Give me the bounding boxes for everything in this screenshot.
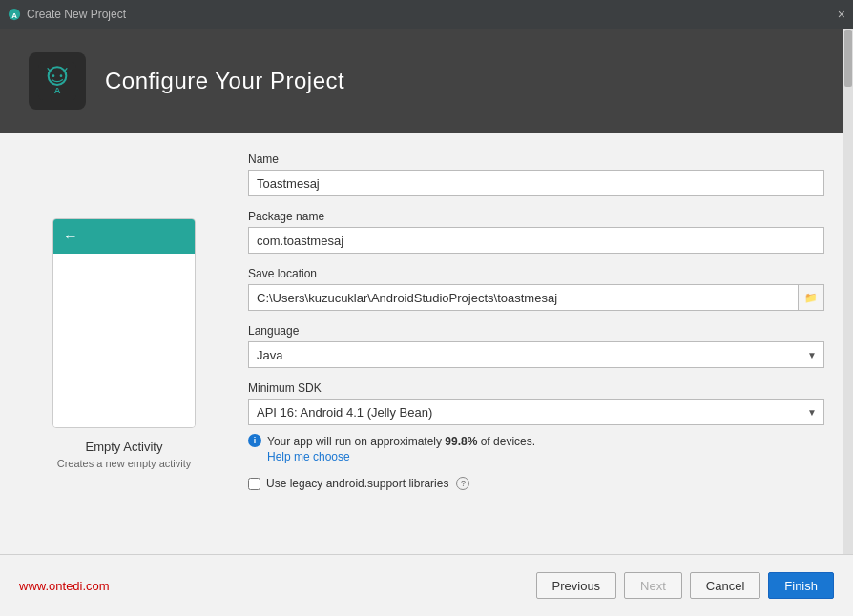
preview-activity-name: Empty Activity — [86, 440, 163, 454]
save-location-group: Save location 📁 — [248, 267, 824, 311]
info-icon: i — [248, 434, 261, 447]
svg-point-6 — [52, 74, 55, 77]
name-input[interactable] — [248, 170, 824, 196]
language-group: Language Java Kotlin ▼ — [248, 324, 824, 368]
info-row: i Your app will run on approximately 99.… — [248, 433, 824, 463]
title-bar-left: A Create New Project — [8, 8, 126, 21]
min-sdk-group: Minimum SDK API 16: Android 4.1 (Jelly B… — [248, 381, 824, 425]
header: A Configure Your Project — [0, 29, 853, 133]
info-text-prefix: Your app will run on approximately — [267, 435, 445, 448]
min-sdk-select[interactable]: API 16: Android 4.1 (Jelly Bean) API 21:… — [248, 399, 824, 425]
previous-button[interactable]: Previous — [536, 572, 617, 599]
next-button[interactable]: Next — [624, 572, 682, 599]
android-studio-logo: A — [38, 62, 76, 100]
language-label: Language — [248, 324, 824, 338]
cancel-button[interactable]: Cancel — [690, 572, 760, 599]
browse-button[interactable]: 📁 — [798, 284, 824, 311]
save-location-input[interactable] — [248, 284, 798, 311]
phone-preview: ← — [52, 218, 196, 428]
legacy-checkbox[interactable] — [248, 478, 260, 490]
info-text-suffix: of devices. — [477, 435, 535, 448]
legacy-help-icon[interactable]: ? — [456, 477, 469, 490]
scrollbar[interactable] — [843, 29, 853, 554]
language-select[interactable]: Java Kotlin — [248, 341, 824, 368]
save-location-label: Save location — [248, 267, 824, 280]
svg-point-7 — [60, 74, 63, 77]
svg-text:A: A — [54, 86, 61, 95]
info-text: Your app will run on approximately 99.8%… — [267, 435, 535, 448]
info-content: Your app will run on approximately 99.8%… — [267, 433, 535, 463]
language-select-wrapper: Java Kotlin ▼ — [248, 341, 824, 368]
form-panel: Name Package name Save location 📁 Langua… — [248, 153, 824, 535]
help-me-choose-link[interactable]: Help me choose — [267, 450, 535, 463]
package-label: Package name — [248, 210, 824, 223]
package-group: Package name — [248, 210, 824, 254]
svg-text:A: A — [11, 11, 17, 20]
info-bold: 99.8% — [445, 435, 477, 448]
folder-icon: 📁 — [804, 292, 818, 304]
header-title: Configure Your Project — [105, 68, 344, 94]
finish-button[interactable]: Finish — [768, 572, 834, 599]
bottom-buttons: Previous Next Cancel Finish — [536, 572, 834, 599]
preview-activity-description: Creates a new empty activity — [57, 458, 192, 469]
phone-header: ← — [53, 219, 195, 254]
package-input[interactable] — [248, 227, 824, 254]
bottom-bar: www.ontedi.com Previous Next Cancel Fini… — [0, 554, 853, 616]
phone-body — [53, 254, 195, 427]
website-text: www.ontedi.com — [19, 579, 110, 593]
back-arrow-icon: ← — [63, 228, 78, 245]
title-bar: A Create New Project × — [0, 0, 853, 29]
min-sdk-select-wrapper: API 16: Android 4.1 (Jelly Bean) API 21:… — [248, 399, 824, 425]
preview-panel: ← Empty Activity Creates a new empty act… — [29, 153, 219, 535]
name-label: Name — [248, 153, 824, 166]
scrollbar-thumb[interactable] — [844, 30, 852, 87]
legacy-checkbox-row: Use legacy android.support libraries ? — [248, 477, 824, 490]
close-button[interactable]: × — [838, 8, 845, 21]
min-sdk-label: Minimum SDK — [248, 381, 824, 395]
name-group: Name — [248, 153, 824, 196]
android-studio-icon: A — [8, 8, 21, 21]
legacy-checkbox-label: Use legacy android.support libraries — [266, 477, 448, 490]
main-content: ← Empty Activity Creates a new empty act… — [0, 133, 853, 554]
save-location-input-group: 📁 — [248, 284, 824, 311]
title-bar-title: Create New Project — [27, 8, 126, 21]
header-icon: A — [29, 52, 86, 110]
